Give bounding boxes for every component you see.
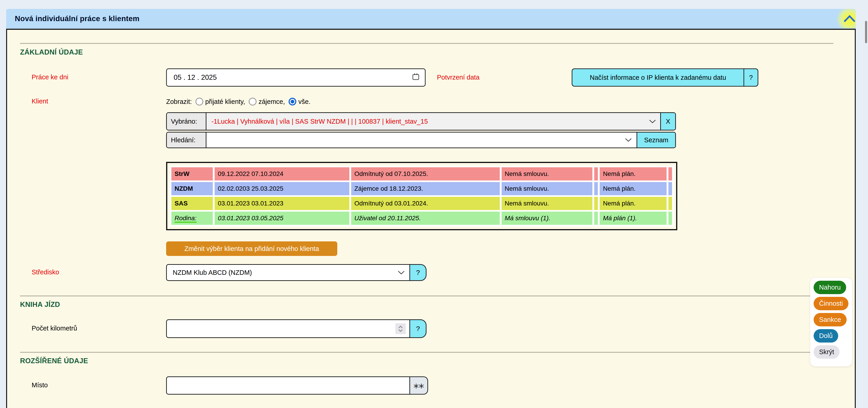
sankce-button[interactable]: Sankce [814, 313, 847, 327]
page-title: Nová individuální práce s klientem [15, 9, 140, 28]
section-heading-zakladni-udaje: ZÁKLADNÍ ÚDAJE [20, 48, 83, 56]
section-divider [20, 296, 833, 296]
chevron-down-icon [398, 269, 405, 276]
zobrazit-label: Zobrazit: [166, 98, 192, 105]
kilometers-help-button[interactable]: ? [410, 319, 427, 338]
section-divider [20, 352, 833, 353]
misto-input-box [166, 376, 410, 395]
table-row-nzdm: NZDM 02.02.0203 25.03.2025 Zájemce od 18… [172, 182, 672, 195]
status-cell: Odmítnutý od 07.10.2025. [351, 167, 500, 180]
chevron-down-icon [625, 136, 632, 144]
pocet-kilometru-row: ? [166, 319, 427, 338]
screen: Nová individuální práce s klientem ZÁKLA… [0, 0, 868, 408]
misto-label: Místo [32, 381, 48, 389]
chevron-down-icon [649, 118, 656, 125]
contract-cell: Nemá smlouvu. [502, 167, 593, 180]
clear-client-button[interactable]: X [660, 113, 675, 130]
vybrano-label: Vybráno: [167, 113, 207, 130]
status-cell: Odmítnutý od 03.01.2024. [351, 197, 500, 210]
zobrazit-radio-group: Zobrazit: přijaté klienty, zájemce, vše. [166, 96, 310, 107]
spacer-cell [669, 167, 672, 180]
radio-prijate-klienty[interactable] [195, 98, 203, 105]
client-select-value: -1Lucka | Vyhnálková | víla | SAS StrW N… [211, 118, 428, 125]
nacist-help-button[interactable]: ? [744, 69, 757, 86]
misto-asterisk-button[interactable]: ** [410, 376, 428, 395]
dates-cell: 09.12.2022 07.10.2024 [215, 167, 349, 180]
collapse-button[interactable] [836, 9, 856, 29]
vertical-scrollbar-thumb[interactable] [865, 21, 867, 43]
section-heading-rozsirene-udaje: ROZŠÍŘENÉ ÚDAJE [20, 357, 88, 365]
skryt-button[interactable]: Skrýt [814, 345, 840, 359]
stredisko-select-value: NZDM Klub ABCD (NZDM) [173, 269, 252, 276]
window-titlebar: Nová individuální práce s klientem [6, 9, 856, 29]
radio-prijate-klienty-label: přijaté klienty, [205, 98, 245, 105]
calendar-icon[interactable] [412, 72, 420, 82]
stredisko-help-button[interactable]: ? [410, 264, 427, 281]
plan-cell: Nemá plán. [600, 167, 666, 180]
service-cell: StrW [172, 167, 213, 180]
rodina-link[interactable]: Rodina: [175, 214, 197, 223]
dates-cell: 02.02.0203 25.03.2025 [215, 182, 349, 195]
spacer-cell [669, 212, 672, 225]
date-input[interactable]: 05 . 12 . 2025 [166, 68, 426, 87]
cinnosti-button[interactable]: Činnosti [814, 297, 848, 310]
spacer-cell [594, 167, 598, 180]
service-cell: Rodina: [172, 212, 213, 225]
prace-ke-dni-label: Práce ke dni [32, 73, 68, 81]
table-row-rodina: Rodina: 03.01.2023 03.05.2025 Uživatel o… [172, 212, 672, 225]
radio-vse-label: vše. [298, 98, 310, 105]
dates-cell: 03.01.2023 03.01.2023 [215, 197, 349, 210]
service-cell: NZDM [172, 182, 213, 195]
client-select[interactable]: -1Lucka | Vyhnálková | víla | SAS StrW N… [207, 113, 660, 130]
spacer-cell [594, 182, 598, 195]
spacer-cell [594, 197, 598, 210]
status-cell: Zájemce od 18.12.2023. [351, 182, 500, 195]
side-button-panel: Nahoru Činnosti Sankce Dolů Skrýt [810, 278, 852, 366]
zmenit-vyber-klienta-button[interactable]: Změnit výběr klienta na přidání nového k… [166, 241, 337, 256]
number-stepper[interactable] [395, 323, 406, 334]
nacist-informace-label: Načíst informace o IP klienta k zadanému… [572, 69, 744, 86]
potvrzeni-data-label: Potvrzení data [437, 74, 479, 81]
service-cell: SAS [172, 197, 213, 210]
search-wrap [207, 133, 637, 147]
plan-cell: Má plán (1). [600, 212, 666, 225]
klient-label: Klient [32, 98, 48, 105]
kilometers-input[interactable] [167, 320, 409, 337]
plan-cell: Nemá plán. [600, 182, 666, 195]
dolu-button[interactable]: Dolů [814, 329, 838, 343]
contract-cell: Nemá smlouvu. [502, 182, 593, 195]
hledani-label: Hledání: [167, 133, 207, 147]
chevron-up-icon [843, 14, 856, 24]
seznam-button[interactable]: Seznam [637, 133, 675, 147]
radio-zajemce-label: zájemce, [258, 98, 285, 105]
date-value: 05 . 12 . 2025 [174, 73, 217, 81]
radio-zajemce[interactable] [249, 98, 256, 105]
contract-cell: Nemá smlouvu. [502, 197, 593, 210]
spacer-cell [669, 182, 672, 195]
status-cell: Uživatel od 20.11.2025. [351, 212, 500, 225]
radio-vse[interactable] [288, 98, 296, 105]
kilometers-input-box [166, 319, 410, 338]
stredisko-label: Středisko [32, 268, 59, 276]
section-heading-kniha-jizd: KNIHA JÍZD [20, 301, 60, 309]
contract-cell: Má smlouvu (1). [502, 212, 593, 225]
spacer-cell [669, 197, 672, 210]
misto-input[interactable] [167, 377, 409, 394]
nahoru-button[interactable]: Nahoru [814, 281, 846, 294]
client-history-table: StrW 09.12.2022 07.10.2024 Odmítnutý od … [166, 162, 677, 230]
nacist-informace-button[interactable]: Načíst informace o IP klienta k zadanému… [572, 68, 758, 87]
vybrano-row: Vybráno: -1Lucka | Vyhnálková | víla | S… [166, 112, 676, 131]
plan-cell: Nemá plán. [600, 197, 666, 210]
stredisko-row: NZDM Klub ABCD (NZDM) ? [166, 264, 427, 281]
pocet-kilometru-label: Počet kilometrů [32, 325, 77, 332]
table-row-sas: SAS 03.01.2023 03.01.2023 Odmítnutý od 0… [172, 197, 672, 210]
stredisko-select[interactable]: NZDM Klub ABCD (NZDM) [166, 264, 410, 281]
misto-row: ** [166, 376, 428, 395]
table-row-strw: StrW 09.12.2022 07.10.2024 Odmítnutý od … [172, 167, 672, 180]
spacer-cell [594, 212, 598, 225]
dates-cell: 03.01.2023 03.05.2025 [215, 212, 349, 225]
section-divider [20, 43, 833, 44]
hledani-row: Hledání: Seznam [166, 132, 676, 148]
search-input[interactable] [207, 133, 637, 147]
